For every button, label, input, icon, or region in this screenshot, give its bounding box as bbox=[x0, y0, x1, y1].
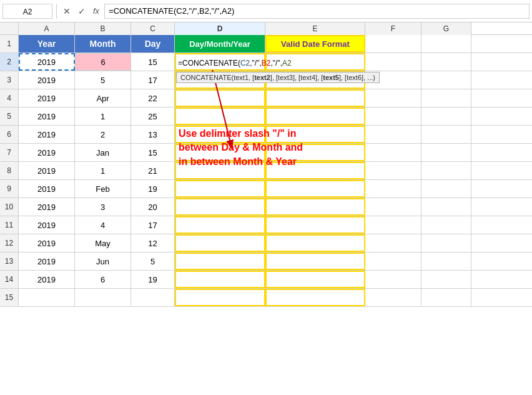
cell-g13[interactable] bbox=[421, 252, 471, 270]
cell-e11[interactable] bbox=[265, 216, 365, 234]
col-header-b[interactable]: B bbox=[75, 22, 131, 35]
cell-d13[interactable] bbox=[175, 252, 265, 270]
cell-c7[interactable]: 15 bbox=[131, 144, 175, 161]
cell-b3[interactable]: 5 bbox=[75, 71, 131, 89]
cell-f5[interactable] bbox=[365, 108, 421, 125]
cell-f8[interactable] bbox=[365, 162, 421, 179]
cell-c5[interactable]: 25 bbox=[131, 108, 175, 125]
cell-g11[interactable] bbox=[421, 216, 471, 234]
cell-d4[interactable] bbox=[175, 89, 265, 107]
cell-e10[interactable] bbox=[265, 198, 365, 216]
cell-e5[interactable] bbox=[265, 108, 365, 125]
cell-e4[interactable] bbox=[265, 89, 365, 107]
cell-a13[interactable]: 2019 bbox=[19, 252, 75, 270]
cell-f9[interactable] bbox=[365, 180, 421, 198]
cell-c12[interactable]: 12 bbox=[131, 234, 175, 252]
cell-f13[interactable] bbox=[365, 252, 421, 270]
cell-c3[interactable]: 17 bbox=[131, 71, 175, 89]
cell-g4[interactable] bbox=[421, 89, 471, 107]
cell-reference-box[interactable]: A2 bbox=[2, 4, 52, 19]
cell-b8[interactable]: 1 bbox=[75, 162, 131, 179]
cell-d15[interactable] bbox=[175, 289, 265, 306]
cell-f11[interactable] bbox=[365, 216, 421, 234]
cell-g12[interactable] bbox=[421, 234, 471, 252]
cancel-button[interactable]: ✕ bbox=[61, 5, 73, 18]
cell-e15[interactable] bbox=[265, 289, 365, 306]
cell-c4[interactable]: 22 bbox=[131, 89, 175, 107]
cell-g14[interactable] bbox=[421, 271, 471, 288]
cell-b13[interactable]: Jun bbox=[75, 252, 131, 270]
cell-e13[interactable] bbox=[265, 252, 365, 270]
cell-f2[interactable] bbox=[365, 53, 421, 71]
cell-f7[interactable] bbox=[365, 144, 421, 161]
cell-b14[interactable]: 6 bbox=[75, 271, 131, 288]
cell-b6[interactable]: 2 bbox=[75, 126, 131, 143]
cell-c15[interactable] bbox=[131, 289, 175, 306]
cell-a3[interactable]: 2019 bbox=[19, 71, 75, 89]
cell-c11[interactable]: 17 bbox=[131, 216, 175, 234]
cell-b5[interactable]: 1 bbox=[75, 108, 131, 125]
col-header-g[interactable]: G bbox=[421, 22, 471, 35]
cell-a7[interactable]: 2019 bbox=[19, 144, 75, 161]
cell-a6[interactable]: 2019 bbox=[19, 126, 75, 143]
cell-e14[interactable] bbox=[265, 271, 365, 288]
cell-c13[interactable]: 5 bbox=[131, 252, 175, 270]
cell-a5[interactable]: 2019 bbox=[19, 108, 75, 125]
col-header-a[interactable]: A bbox=[19, 22, 75, 35]
cell-c2[interactable]: 15 bbox=[131, 53, 175, 71]
cell-c8[interactable]: 21 bbox=[131, 162, 175, 179]
cell-f14[interactable] bbox=[365, 271, 421, 288]
col-header-f[interactable]: F bbox=[365, 22, 421, 35]
cell-d10[interactable] bbox=[175, 198, 265, 216]
cell-f10[interactable] bbox=[365, 198, 421, 216]
cell-b11[interactable]: 4 bbox=[75, 216, 131, 234]
cell-b10[interactable]: 3 bbox=[75, 198, 131, 216]
formula-input[interactable] bbox=[104, 4, 530, 19]
cell-g2[interactable] bbox=[421, 53, 471, 71]
cell-b15[interactable] bbox=[75, 289, 131, 306]
cell-f4[interactable] bbox=[365, 89, 421, 107]
cell-c1[interactable]: Day bbox=[131, 35, 175, 52]
cell-e9[interactable] bbox=[265, 180, 365, 198]
cell-a4[interactable]: 2019 bbox=[19, 89, 75, 107]
cell-a1[interactable]: Year bbox=[19, 35, 75, 52]
cell-a14[interactable]: 2019 bbox=[19, 271, 75, 288]
cell-b2[interactable]: 6 bbox=[75, 53, 131, 71]
cell-d14[interactable] bbox=[175, 271, 265, 288]
cell-a9[interactable]: 2019 bbox=[19, 180, 75, 198]
cell-e12[interactable] bbox=[265, 234, 365, 252]
cell-g10[interactable] bbox=[421, 198, 471, 216]
cell-a8[interactable]: 2019 bbox=[19, 162, 75, 179]
cell-a11[interactable]: 2019 bbox=[19, 216, 75, 234]
cell-g5[interactable] bbox=[421, 108, 471, 125]
col-header-e[interactable]: E bbox=[265, 22, 365, 35]
cell-b12[interactable]: May bbox=[75, 234, 131, 252]
cell-g8[interactable] bbox=[421, 162, 471, 179]
cell-d6[interactable]: Use delimiter slash "/" inbetween Day & … bbox=[175, 126, 265, 143]
cell-c10[interactable]: 20 bbox=[131, 198, 175, 216]
confirm-button[interactable]: ✓ bbox=[76, 5, 88, 18]
cell-f6[interactable] bbox=[365, 126, 421, 143]
cell-a10[interactable]: 2019 bbox=[19, 198, 75, 216]
col-header-d[interactable]: D bbox=[175, 22, 265, 35]
cell-g1[interactable] bbox=[421, 35, 471, 52]
cell-d11[interactable] bbox=[175, 216, 265, 234]
cell-f15[interactable] bbox=[365, 289, 421, 306]
cell-e1[interactable]: Valid Date Format bbox=[265, 35, 365, 52]
cell-f1[interactable] bbox=[365, 35, 421, 52]
cell-d12[interactable] bbox=[175, 234, 265, 252]
cell-g7[interactable] bbox=[421, 144, 471, 161]
cell-g9[interactable] bbox=[421, 180, 471, 198]
cell-a2[interactable]: 2019 bbox=[19, 53, 75, 71]
cell-b9[interactable]: Feb bbox=[75, 180, 131, 198]
cell-g15[interactable] bbox=[421, 289, 471, 306]
cell-d2[interactable]: =CONCATENATE(C2,"/",B2,"/",A2 CONCATENAT… bbox=[175, 53, 265, 71]
cell-d5[interactable] bbox=[175, 108, 265, 125]
cell-a12[interactable]: 2019 bbox=[19, 234, 75, 252]
cell-b4[interactable]: Apr bbox=[75, 89, 131, 107]
cell-f12[interactable] bbox=[365, 234, 421, 252]
cell-g3[interactable] bbox=[421, 71, 471, 89]
cell-c9[interactable]: 19 bbox=[131, 180, 175, 198]
cell-a15[interactable] bbox=[19, 289, 75, 306]
cell-b7[interactable]: Jan bbox=[75, 144, 131, 161]
